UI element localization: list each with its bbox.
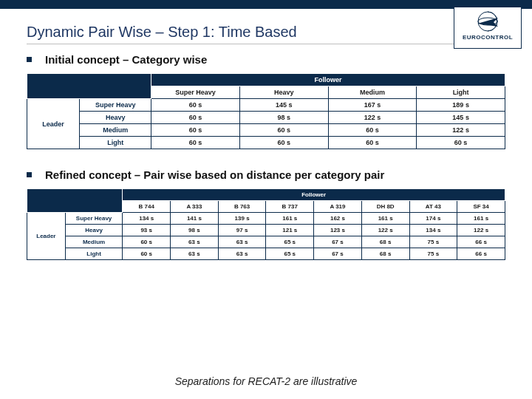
cell: 66 s (457, 236, 505, 248)
table-row: Heavy 93 s 98 s 97 s 121 s 123 s 122 s 1… (27, 225, 505, 236)
table-row: Follower (27, 74, 505, 86)
cell: 63 s (171, 236, 219, 248)
slide-title: Dynamic Pair Wise – Step 1: Time Based (27, 24, 505, 41)
cell: 189 s (417, 99, 505, 112)
cell: 66 s (457, 248, 505, 260)
cell: 60 s (328, 124, 417, 137)
col-header: SF 34 (457, 201, 505, 213)
leader-header: Leader (27, 99, 80, 149)
table-row: Leader Super Heavy 60 s 145 s 167 s 189 … (27, 99, 505, 112)
table-row: Leader Super Heavy 134 s 141 s 139 s 161… (27, 213, 505, 225)
col-header: B 737 (266, 201, 314, 213)
row-label: Medium (80, 124, 151, 137)
cell: 65 s (266, 248, 314, 260)
section2-heading: Refined concept – Pair wise based on dis… (45, 168, 384, 181)
cell: 75 s (409, 236, 457, 248)
col-header: Light (417, 86, 505, 99)
row-label: Super Heavy (65, 213, 123, 225)
cell: 122 s (361, 225, 409, 236)
row-label: Heavy (65, 225, 123, 236)
col-header: B 744 (123, 201, 171, 213)
row-label: Heavy (80, 112, 151, 124)
row-label: Light (80, 137, 151, 149)
cell: 60 s (123, 236, 171, 248)
corner-cell (27, 189, 123, 213)
table-row: Medium 60 s 60 s 60 s 122 s (27, 124, 505, 137)
section1-heading: Initial concept – Category wise (45, 53, 207, 66)
table-row: Light 60 s 60 s 60 s 60 s (27, 137, 505, 149)
col-header: Super Heavy (151, 86, 240, 99)
cell: 68 s (361, 248, 409, 260)
footnote: Separations for RECAT-2 are illustrative (0, 375, 532, 387)
cell: 145 s (417, 112, 505, 124)
cell: 67 s (314, 236, 362, 248)
cell: 161 s (361, 213, 409, 225)
bullet-icon (27, 57, 32, 62)
table-row: Medium 60 s 63 s 63 s 65 s 67 s 68 s 75 … (27, 236, 505, 248)
cell: 174 s (409, 213, 457, 225)
follower-header: Follower (151, 74, 505, 86)
cell: 134 s (123, 213, 171, 225)
follower-header: Follower (123, 189, 505, 201)
cell: 60 s (151, 124, 240, 137)
cell: 63 s (218, 248, 266, 260)
col-header: A 333 (171, 201, 219, 213)
category-table: Follower Super Heavy Heavy Medium Light … (27, 73, 505, 149)
section1-heading-row: Initial concept – Category wise (27, 53, 505, 66)
cell: 162 s (314, 213, 362, 225)
cell: 60 s (239, 137, 328, 149)
cell: 122 s (417, 124, 505, 137)
cell: 60 s (151, 137, 240, 149)
cell: 60 s (123, 248, 171, 260)
title-rule (27, 44, 505, 44)
corner-cell (27, 74, 151, 99)
col-header: Heavy (239, 86, 328, 99)
cell: 68 s (361, 236, 409, 248)
cell: 139 s (218, 213, 266, 225)
cell: 98 s (239, 112, 328, 124)
logo-text: EUROCONTROL (463, 34, 513, 41)
col-header: AT 43 (409, 201, 457, 213)
cell: 161 s (266, 213, 314, 225)
table-row: Light 60 s 63 s 63 s 65 s 67 s 68 s 75 s… (27, 248, 505, 260)
cell: 60 s (151, 99, 240, 112)
pairwise-table: Follower B 744 A 333 B 763 B 737 A 319 D… (27, 188, 505, 260)
col-header: DH 8D (361, 201, 409, 213)
cell: 123 s (314, 225, 362, 236)
table-row: Heavy 60 s 98 s 122 s 145 s (27, 112, 505, 124)
col-header: Medium (328, 86, 417, 99)
col-header: A 319 (314, 201, 362, 213)
logo-icon (471, 10, 504, 33)
section2-heading-row: Refined concept – Pair wise based on dis… (27, 168, 505, 181)
cell: 60 s (328, 137, 417, 149)
leader-header: Leader (27, 213, 66, 260)
cell: 60 s (239, 124, 328, 137)
cell: 134 s (409, 225, 457, 236)
cell: 63 s (171, 248, 219, 260)
row-label: Medium (65, 236, 123, 248)
cell: 75 s (409, 248, 457, 260)
cell: 65 s (266, 236, 314, 248)
top-bar (0, 0, 532, 9)
eurocontrol-logo: EUROCONTROL (454, 7, 522, 49)
cell: 121 s (266, 225, 314, 236)
table-row: Follower (27, 189, 505, 201)
cell: 141 s (171, 213, 219, 225)
cell: 98 s (171, 225, 219, 236)
cell: 145 s (239, 99, 328, 112)
row-label: Light (65, 248, 123, 260)
cell: 167 s (328, 99, 417, 112)
col-header: B 763 (218, 201, 266, 213)
row-label: Super Heavy (80, 99, 151, 112)
cell: 63 s (218, 236, 266, 248)
cell: 60 s (417, 137, 505, 149)
cell: 97 s (218, 225, 266, 236)
cell: 67 s (314, 248, 362, 260)
cell: 161 s (457, 213, 505, 225)
cell: 122 s (457, 225, 505, 236)
cell: 93 s (123, 225, 171, 236)
cell: 60 s (151, 112, 240, 124)
cell: 122 s (328, 112, 417, 124)
bullet-icon (27, 172, 32, 177)
